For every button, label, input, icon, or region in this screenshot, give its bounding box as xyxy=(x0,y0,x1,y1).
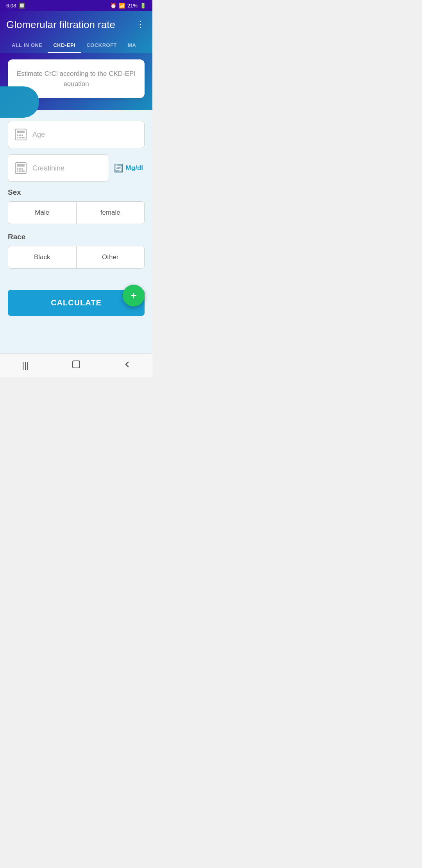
svg-rect-7 xyxy=(21,137,25,138)
creatinine-input-field[interactable]: Creatinine xyxy=(8,154,109,182)
battery-icon: 🔋 xyxy=(140,3,146,9)
race-toggle-group: Black Other xyxy=(8,246,145,269)
app-title: Glomerular filtration rate xyxy=(6,19,115,31)
svg-rect-6 xyxy=(19,137,21,138)
recent-apps-icon: ||| xyxy=(22,360,29,371)
sex-male-button[interactable]: Male xyxy=(8,202,77,224)
tab-cockroft[interactable]: COCKROFT xyxy=(81,38,122,53)
creatinine-placeholder: Creatinine xyxy=(32,164,103,172)
tab-all-in-one[interactable]: ALL IN ONE xyxy=(6,38,48,53)
svg-rect-12 xyxy=(21,168,23,170)
svg-rect-4 xyxy=(21,135,23,136)
creatinine-row: Creatinine 🔄 Mg/dl xyxy=(8,154,145,182)
sex-label: Sex xyxy=(8,188,145,197)
race-other-button[interactable]: Other xyxy=(77,246,145,268)
wave-area: Estimate CrCl according to the CKD-EPI e… xyxy=(0,53,152,110)
fab-icon: + xyxy=(131,289,137,302)
svg-rect-1 xyxy=(17,131,25,133)
age-input-field[interactable]: Age xyxy=(8,121,145,148)
signal-icon: 📶 xyxy=(119,3,125,9)
svg-rect-15 xyxy=(21,170,25,172)
svg-rect-5 xyxy=(17,137,18,138)
app-header: Glomerular filtration rate ⋮ ALL IN ONE … xyxy=(0,11,152,53)
tab-ma[interactable]: MA xyxy=(122,38,141,53)
tab-ckd-epi[interactable]: CKD-EPI xyxy=(48,38,81,53)
notification-icon: 🔲 xyxy=(18,2,25,9)
main-content: Estimate CrCl according to the CKD-EPI e… xyxy=(0,53,152,353)
svg-rect-16 xyxy=(73,361,80,368)
refresh-icon: 🔄 xyxy=(114,163,123,173)
unit-toggle-button[interactable]: 🔄 Mg/dl xyxy=(114,163,145,173)
unit-label: Mg/dl xyxy=(126,164,143,172)
race-label: Race xyxy=(8,233,145,241)
creatinine-calculator-icon xyxy=(14,161,28,175)
svg-rect-2 xyxy=(17,135,18,136)
more-options-button[interactable]: ⋮ xyxy=(134,18,146,31)
nav-bar: ||| xyxy=(0,353,152,377)
status-bar: 6:08 🔲 ⏰ 📶 21% 🔋 xyxy=(0,0,152,11)
tab-bar: ALL IN ONE CKD-EPI COCKROFT MA xyxy=(6,38,146,53)
svg-rect-10 xyxy=(17,168,18,170)
svg-rect-11 xyxy=(19,168,21,170)
sex-female-button[interactable]: female xyxy=(77,202,145,224)
alarm-icon: ⏰ xyxy=(110,3,116,9)
back-button[interactable] xyxy=(118,359,136,372)
home-icon xyxy=(72,360,81,371)
back-icon xyxy=(122,360,132,371)
svg-rect-9 xyxy=(17,164,25,167)
svg-rect-14 xyxy=(19,170,21,172)
recent-apps-button[interactable]: ||| xyxy=(16,359,35,372)
svg-rect-3 xyxy=(19,135,21,136)
description-card: Estimate CrCl according to the CKD-EPI e… xyxy=(8,59,145,98)
sex-toggle-group: Male female xyxy=(8,201,145,224)
battery-text: 21% xyxy=(127,3,138,9)
home-button[interactable] xyxy=(67,359,86,372)
race-black-button[interactable]: Black xyxy=(8,246,77,268)
age-placeholder: Age xyxy=(32,131,139,139)
fab-button[interactable]: + xyxy=(123,285,145,307)
form-section: Age Creatinine xyxy=(0,110,152,283)
calculator-icon xyxy=(14,127,28,142)
time: 6:08 xyxy=(6,3,16,9)
svg-rect-13 xyxy=(17,170,18,172)
description-text: Estimate CrCl according to the CKD-EPI e… xyxy=(17,70,136,88)
